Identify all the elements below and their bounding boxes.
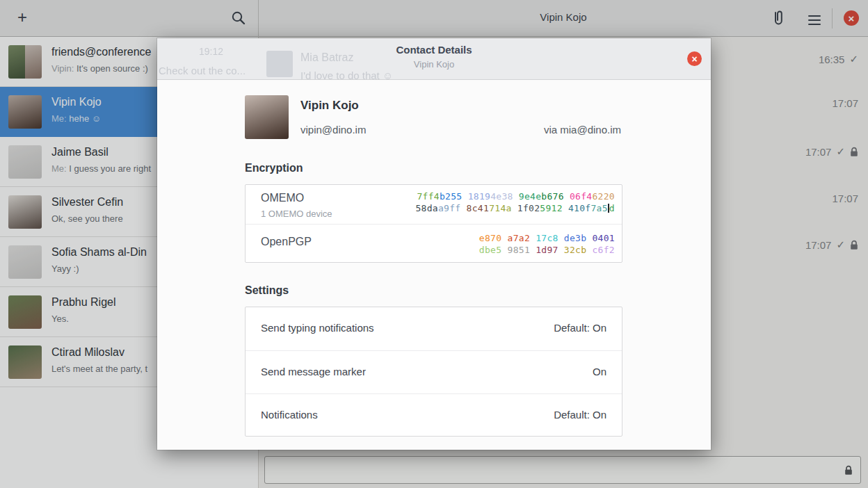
setting-value[interactable]: On bbox=[593, 366, 606, 377]
fingerprint-segment: de3b bbox=[564, 233, 587, 243]
fingerprint-segment: dbe5 bbox=[479, 245, 502, 255]
contact-avatar bbox=[245, 95, 289, 139]
ghost-message: I'd love to do that ☺ bbox=[300, 70, 393, 80]
fingerprint-segment: e870 bbox=[479, 233, 502, 243]
fingerprint-segment bbox=[558, 245, 564, 255]
fingerprint-line: 58daa9ff 8c41714a 1f025912 410f7a5d bbox=[415, 202, 615, 214]
fingerprint-segment bbox=[513, 191, 519, 202]
encryption-protocol-label: OpenPGP bbox=[261, 236, 312, 248]
fingerprint-segment bbox=[563, 203, 568, 213]
setting-label: Send typing notifications bbox=[261, 322, 374, 334]
fingerprint-segment: 17c8 bbox=[536, 233, 558, 243]
fingerprint-segment bbox=[530, 245, 536, 255]
encryption-heading: Encryption bbox=[245, 162, 303, 174]
fingerprint-segment: b255 bbox=[440, 191, 463, 202]
encryption-card: OMEMO1 OMEMO device7ff4b255 18194e38 9e4… bbox=[245, 184, 622, 263]
setting-row[interactable]: NotificationsDefault: On bbox=[246, 393, 622, 437]
setting-label: Notifications bbox=[261, 409, 318, 421]
dialog-header: 19:12 Check out the co... Mia Batraz I'd… bbox=[157, 38, 711, 80]
encryption-device-count: 1 OMEMO device bbox=[261, 209, 332, 219]
fingerprint-segment: b676 bbox=[541, 191, 564, 202]
fingerprint: 7ff4b255 18194e38 9e4eb676 06f4622058daa… bbox=[415, 190, 615, 214]
fingerprint-segment bbox=[512, 203, 517, 213]
fingerprint-segment bbox=[558, 233, 564, 243]
fingerprint-segment bbox=[501, 233, 507, 243]
fingerprint-segment: 1819 bbox=[468, 191, 491, 202]
app-window: + Vipin Kojo × friends@conferenceVipin: … bbox=[0, 0, 868, 488]
fingerprint-segment: 32cb bbox=[564, 245, 587, 255]
fingerprint-segment: 8c41 bbox=[467, 203, 490, 213]
contact-details-dialog: 19:12 Check out the co... Mia Batraz I'd… bbox=[157, 38, 711, 450]
fingerprint-segment bbox=[462, 191, 467, 202]
fingerprint-segment: 6220 bbox=[592, 191, 615, 202]
fingerprint-segment: a9ff bbox=[438, 203, 461, 213]
setting-value[interactable]: Default: On bbox=[554, 322, 606, 334]
fingerprint: e870 a7a2 17c8 de3b 0401dbe5 9851 1d97 3… bbox=[479, 232, 615, 256]
contact-name: Vipin Kojo bbox=[300, 99, 359, 113]
setting-row[interactable]: Send typing notificationsDefault: On bbox=[246, 307, 622, 350]
fingerprint-segment: 1d97 bbox=[536, 245, 558, 255]
setting-value[interactable]: Default: On bbox=[554, 409, 606, 421]
fingerprint-segment bbox=[501, 245, 507, 255]
fingerprint-segment: 1f02 bbox=[517, 203, 540, 213]
contact-via-account: via mia@dino.im bbox=[544, 124, 621, 136]
contact-jid: vipin@dino.im bbox=[300, 124, 366, 136]
setting-row[interactable]: Send message markerOn bbox=[246, 350, 622, 393]
fingerprint-segment: 4e38 bbox=[490, 191, 513, 202]
encryption-protocol-label: OMEMO bbox=[261, 192, 304, 204]
fingerprint-line: e870 a7a2 17c8 de3b 0401 bbox=[479, 232, 615, 244]
encryption-row[interactable]: OpenPGPe870 a7a2 17c8 de3b 0401dbe5 9851… bbox=[246, 224, 622, 263]
fingerprint-segment: 9e4e bbox=[519, 191, 542, 202]
fingerprint-segment: 7a5 bbox=[590, 203, 607, 213]
encryption-row[interactable]: OMEMO1 OMEMO device7ff4b255 18194e38 9e4… bbox=[246, 185, 622, 224]
fingerprint-segment: d bbox=[609, 203, 615, 213]
dialog-subtitle: Vipin Kojo bbox=[157, 59, 711, 70]
fingerprint-line: 7ff4b255 18194e38 9e4eb676 06f46220 bbox=[415, 190, 615, 202]
dialog-title: Contact Details bbox=[157, 44, 711, 56]
dialog-close-button[interactable]: × bbox=[687, 51, 702, 66]
fingerprint-segment: 58da bbox=[415, 203, 438, 213]
fingerprint-segment bbox=[564, 191, 570, 202]
fingerprint-segment: 714a bbox=[489, 203, 512, 213]
fingerprint-segment: 5912 bbox=[540, 203, 563, 213]
fingerprint-segment: 06f4 bbox=[570, 191, 593, 202]
fingerprint-segment: 410f bbox=[568, 203, 591, 213]
settings-heading: Settings bbox=[245, 284, 289, 297]
fingerprint-segment: c6f2 bbox=[592, 245, 615, 255]
fingerprint-segment bbox=[460, 203, 466, 213]
fingerprint-line: dbe5 9851 1d97 32cb c6f2 bbox=[479, 244, 615, 256]
fingerprint-segment: a7a2 bbox=[508, 233, 531, 243]
setting-label: Send message marker bbox=[261, 366, 366, 377]
fingerprint-segment: 7ff4 bbox=[417, 191, 440, 202]
fingerprint-segment bbox=[530, 233, 536, 243]
fingerprint-segment: 0401 bbox=[592, 233, 615, 243]
fingerprint-segment: 9851 bbox=[508, 245, 531, 255]
settings-card: Send typing notificationsDefault: OnSend… bbox=[245, 307, 622, 437]
